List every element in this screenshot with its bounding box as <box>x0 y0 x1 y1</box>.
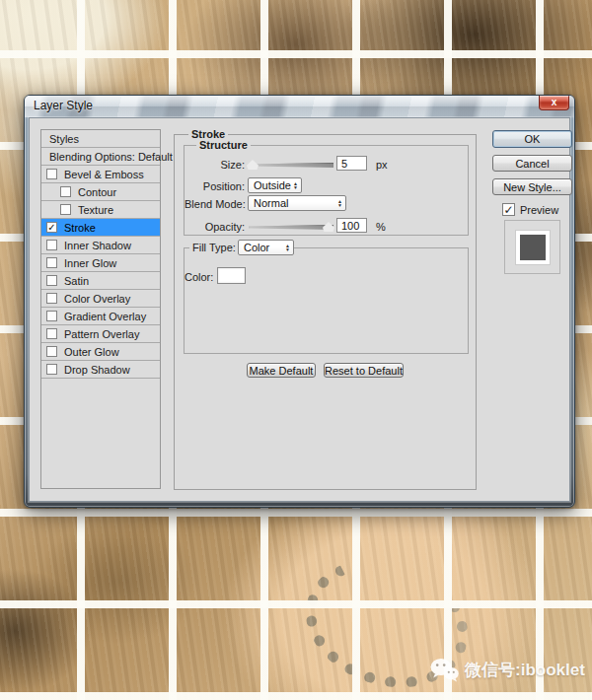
fill-type-label: Fill Type: <box>189 242 239 253</box>
opacity-slider-thumb[interactable] <box>323 222 334 232</box>
size-slider-thumb[interactable] <box>247 160 259 170</box>
preview-option: ✓ Preview <box>502 203 558 216</box>
style-item-checkbox[interactable] <box>46 328 57 339</box>
style-item-label: Pattern Overlay <box>64 328 139 340</box>
opacity-input[interactable] <box>336 218 367 233</box>
layer-style-dialog: Layer Style x Styles Blending Options: D… <box>24 95 575 508</box>
stepper-icon: ▲▼ <box>337 199 345 207</box>
style-item-label: Gradient Overlay <box>64 311 146 322</box>
stepper-icon: ▲▼ <box>293 181 301 189</box>
style-item-pattern-overlay[interactable]: Pattern Overlay <box>41 325 160 343</box>
color-label: Color: <box>185 271 213 283</box>
opacity-slider[interactable] <box>249 222 333 233</box>
style-item-checkbox[interactable] <box>46 275 57 286</box>
dialog-title: Layer Style <box>34 99 93 112</box>
blend-mode-value: Normal <box>254 197 288 209</box>
dialog-titlebar[interactable] <box>25 96 574 117</box>
blending-options-label: Blending Options: Default <box>49 151 173 163</box>
size-slider[interactable] <box>249 160 333 171</box>
style-item-label: Outer Glow <box>64 346 119 358</box>
style-item-label: Satin <box>64 275 89 287</box>
blend-mode-label: Blend Mode: <box>185 198 245 210</box>
style-item-color-overlay[interactable]: Color Overlay <box>41 290 160 308</box>
size-unit: px <box>376 159 388 171</box>
fill-type-group: Fill Type: Color ▲▼ Color: <box>184 247 469 354</box>
wechat-icon <box>430 658 459 682</box>
fill-type-dropdown[interactable]: Color ▲▼ <box>238 240 294 255</box>
style-item-label: Bevel & Emboss <box>64 169 144 180</box>
style-item-contour[interactable]: Contour <box>41 183 160 201</box>
style-item-checkbox[interactable] <box>46 346 57 357</box>
opacity-unit: % <box>376 221 386 233</box>
stepper-icon: ▲▼ <box>285 244 293 251</box>
ok-button[interactable]: OK <box>492 130 572 148</box>
style-item-checkbox[interactable] <box>46 257 57 268</box>
style-item-checkbox[interactable] <box>60 204 71 215</box>
style-item-inner-glow[interactable]: Inner Glow <box>41 254 160 272</box>
structure-group-title: Structure <box>196 139 251 151</box>
stroke-preview-square <box>516 231 550 264</box>
check-icon: ✓ <box>47 223 55 233</box>
structure-group: Structure Size: px Position: Outside ▲▼ … <box>184 145 469 236</box>
style-item-drop-shadow[interactable]: Drop Shadow <box>41 361 160 379</box>
opacity-slider-track <box>249 225 333 230</box>
style-item-label: Drop Shadow <box>64 364 130 376</box>
style-item-texture[interactable]: Texture <box>41 201 160 219</box>
blending-options-item[interactable]: Blending Options: Default <box>41 148 160 166</box>
style-item-checkbox[interactable] <box>46 240 57 250</box>
style-item-checkbox[interactable] <box>46 169 57 179</box>
watermark: 微信号:ibooklet <box>430 658 585 682</box>
preview-label: Preview <box>520 204 558 216</box>
size-slider-track <box>249 163 333 168</box>
style-item-bevel-emboss[interactable]: Bevel & Emboss <box>41 166 160 183</box>
size-label: Size: <box>185 159 245 171</box>
make-default-button[interactable]: Make Default <box>247 363 316 378</box>
preview-checkbox[interactable]: ✓ <box>502 203 515 216</box>
reset-to-default-button[interactable]: Reset to Default <box>324 363 404 378</box>
style-item-stroke[interactable]: ✓Stroke <box>41 219 160 237</box>
position-value: Outside <box>254 179 291 191</box>
styles-header-label: Styles <box>49 133 79 145</box>
close-button[interactable]: x <box>539 96 569 110</box>
style-item-checkbox[interactable] <box>60 186 71 197</box>
style-item-inner-shadow[interactable]: Inner Shadow <box>41 237 160 254</box>
style-item-checkbox[interactable] <box>46 364 57 375</box>
styles-panel: Styles Blending Options: Default Bevel &… <box>40 129 161 489</box>
style-item-label: Color Overlay <box>64 293 130 305</box>
style-item-label: Stroke <box>64 222 96 234</box>
style-item-label: Inner Shadow <box>64 240 131 251</box>
dialog-client: Styles Blending Options: Default Bevel &… <box>29 117 570 502</box>
style-item-satin[interactable]: Satin <box>41 272 160 290</box>
color-swatch[interactable] <box>217 267 246 284</box>
styles-header[interactable]: Styles <box>41 130 160 148</box>
style-item-outer-glow[interactable]: Outer Glow <box>41 343 160 361</box>
close-icon: x <box>552 97 557 107</box>
cancel-button[interactable]: Cancel <box>492 155 572 172</box>
watermark-text: 微信号:ibooklet <box>465 659 585 681</box>
opacity-label: Opacity: <box>185 221 245 233</box>
style-item-label: Texture <box>78 204 113 216</box>
position-dropdown[interactable]: Outside ▲▼ <box>248 177 302 193</box>
style-preview-thumbnail <box>504 220 560 274</box>
style-item-checkbox[interactable]: ✓ <box>46 222 57 233</box>
style-item-checkbox[interactable] <box>46 311 57 321</box>
blend-mode-dropdown[interactable]: Normal ▲▼ <box>248 195 346 211</box>
position-label: Position: <box>185 180 245 192</box>
new-style-button[interactable]: New Style... <box>492 178 572 195</box>
styles-list: Bevel & EmbossContourTexture✓StrokeInner… <box>41 166 160 379</box>
style-item-label: Contour <box>78 186 116 198</box>
style-item-checkbox[interactable] <box>46 293 57 304</box>
style-item-label: Inner Glow <box>64 257 116 269</box>
fill-type-value: Color <box>244 242 269 253</box>
style-item-gradient-overlay[interactable]: Gradient Overlay <box>41 308 160 325</box>
check-icon: ✓ <box>503 203 513 217</box>
size-input[interactable] <box>336 156 367 171</box>
stroke-panel: Stroke Structure Size: px Position: Outs… <box>174 134 477 490</box>
